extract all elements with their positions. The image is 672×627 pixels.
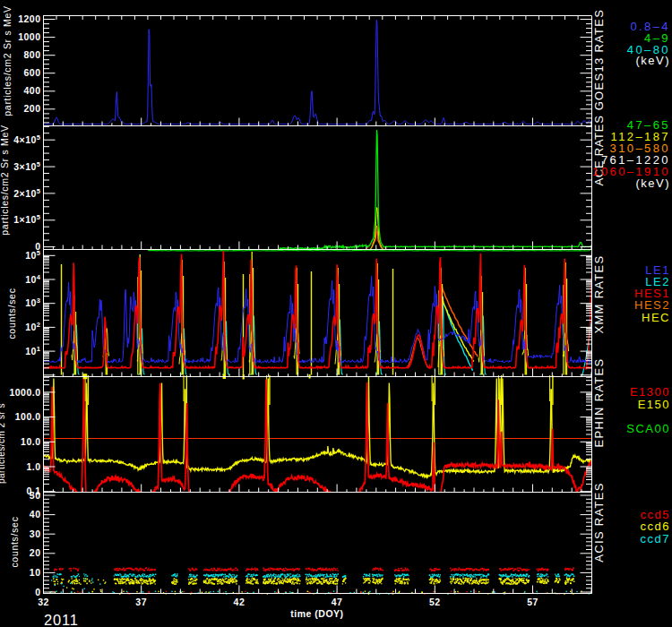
svg-text:57: 57: [527, 597, 538, 607]
svg-text:ACIS RATES: ACIS RATES: [592, 482, 606, 562]
svg-text:50: 50: [30, 490, 41, 501]
svg-text:10.0: 10.0: [21, 436, 40, 447]
svg-text:200: 200: [23, 103, 40, 114]
svg-text:particles/cm2 Sr s MeV: particles/cm2 Sr s MeV: [2, 5, 13, 116]
svg-text:(keV): (keV): [635, 54, 670, 67]
svg-text:XMM RATES: XMM RATES: [592, 254, 606, 333]
svg-text:400: 400: [23, 85, 40, 96]
svg-text:(keV): (keV): [635, 176, 670, 190]
svg-text:HEC: HEC: [642, 311, 670, 324]
svg-text:1200: 1200: [18, 13, 40, 24]
svg-text:800: 800: [23, 49, 40, 60]
svg-text:SCA00: SCA00: [626, 422, 670, 435]
svg-text:1000.0: 1000.0: [9, 387, 40, 398]
svg-text:ccd7: ccd7: [641, 532, 670, 545]
svg-text:counts/sec: counts/sec: [9, 516, 20, 567]
svg-text:10: 10: [30, 567, 41, 578]
svg-text:particles/cm 2 sr s: particles/cm 2 sr s: [0, 403, 6, 484]
svg-text:600: 600: [23, 67, 40, 78]
svg-text:20: 20: [30, 547, 41, 558]
svg-text:counts/sec: counts/sec: [6, 288, 17, 339]
svg-text:GOES13 RATES: GOES13 RATES: [592, 9, 606, 111]
svg-text:30: 30: [30, 528, 41, 539]
svg-text:52: 52: [429, 597, 441, 607]
svg-text:40: 40: [30, 509, 41, 520]
svg-text:time (DOY): time (DOY): [290, 608, 343, 619]
svg-text:1000: 1000: [18, 31, 40, 42]
svg-text:32: 32: [38, 597, 49, 607]
svg-text:37: 37: [135, 597, 147, 607]
svg-text:particles/cm2 Sr s MeV: particles/cm2 Sr s MeV: [0, 125, 10, 235]
svg-text:42: 42: [234, 597, 246, 607]
svg-text:EPHIN RATES: EPHIN RATES: [592, 357, 606, 447]
svg-text:HES2: HES2: [634, 298, 670, 312]
svg-text:47: 47: [332, 597, 343, 607]
svg-text:1.0: 1.0: [26, 461, 40, 472]
svg-text:2011: 2011: [44, 612, 79, 627]
svg-text:100.0: 100.0: [15, 411, 41, 422]
svg-text:E150: E150: [638, 398, 670, 411]
